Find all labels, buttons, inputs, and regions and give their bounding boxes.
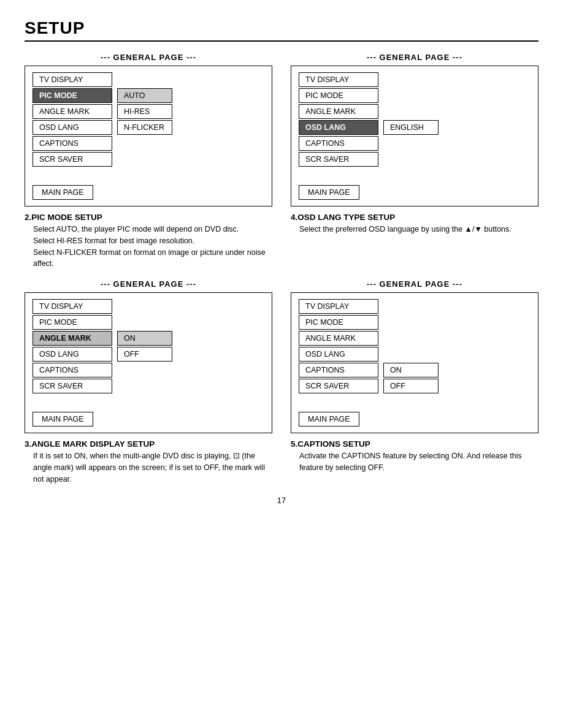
menu-value-on: ON <box>117 331 172 346</box>
menu-item-pic-mode[interactable]: PIC MODE <box>33 88 112 103</box>
page-number: 17 <box>25 496 538 505</box>
menu-item-tv-display[interactable]: TV DISPLAY <box>33 299 112 314</box>
page-title: SETUP <box>25 18 538 38</box>
menu-row: TV DISPLAY <box>33 299 264 314</box>
menu-item-pic-mode[interactable]: PIC MODE <box>299 315 378 330</box>
menu-item-scr-saver[interactable]: SCR SAVER <box>33 379 112 393</box>
title-divider <box>25 40 538 42</box>
menu-value-english: ENGLISH <box>383 120 439 135</box>
desc5-title: 5.CAPTIONS SETUP <box>291 439 538 449</box>
panel1-menu-box: TV DISPLAY PIC MODE AUTO ANGLE MARK HI-R… <box>25 66 272 207</box>
menu-row: TV DISPLAY <box>33 72 264 87</box>
menu-item-tv-display[interactable]: TV DISPLAY <box>299 72 378 87</box>
panel1-section-title: --- GENERAL PAGE --- <box>25 53 272 62</box>
menu-row: SCR SAVER <box>299 152 530 167</box>
main-page-button[interactable]: MAIN PAGE <box>33 412 93 427</box>
main-page-row: MAIN PAGE <box>299 406 530 427</box>
desc-3-col: 3.ANGLE MARK DISPLAY SETUP If it is set … <box>25 439 272 485</box>
menu-row: CAPTIONS <box>33 363 264 377</box>
menu-row: ANGLE MARK <box>299 331 530 346</box>
desc-4-col: 4.OSD LANG TYPE SETUP Select the preferr… <box>291 213 538 270</box>
desc4-title: 4.OSD LANG TYPE SETUP <box>291 213 538 222</box>
menu-row: OSD LANG ENGLISH <box>299 120 530 135</box>
menu-item-osd-lang[interactable]: OSD LANG <box>299 120 378 135</box>
main-page-button[interactable]: MAIN PAGE <box>299 412 359 427</box>
menu-item-osd-lang[interactable]: OSD LANG <box>299 347 378 362</box>
menu-row: ANGLE MARK ON <box>33 331 264 346</box>
bottom-panels-row: --- GENERAL PAGE --- TV DISPLAY PIC MODE… <box>25 279 538 433</box>
menu-item-captions[interactable]: CAPTIONS <box>299 136 378 151</box>
descriptions-row-2: 3.ANGLE MARK DISPLAY SETUP If it is set … <box>25 439 538 485</box>
menu-row: ANGLE MARK HI-RES <box>33 104 264 119</box>
panel2-section-title: --- GENERAL PAGE --- <box>291 53 538 62</box>
menu-row: OSD LANG N-FLICKER <box>33 120 264 135</box>
menu-row: TV DISPLAY <box>299 299 530 314</box>
desc3-title: 3.ANGLE MARK DISPLAY SETUP <box>25 439 272 449</box>
menu-value-off: OFF <box>117 347 172 362</box>
menu-row: PIC MODE AUTO <box>33 88 264 103</box>
main-page-button[interactable]: MAIN PAGE <box>33 185 93 200</box>
panel4-section-title: --- GENERAL PAGE --- <box>291 279 538 289</box>
panel3-section-title: --- GENERAL PAGE --- <box>25 279 272 289</box>
menu-value-nflicker: N-FLICKER <box>117 120 172 135</box>
menu-item-angle-mark[interactable]: ANGLE MARK <box>299 331 378 346</box>
menu-item-angle-mark[interactable]: ANGLE MARK <box>299 104 378 119</box>
desc3-text: If it is set to ON, when the multi-angle… <box>25 450 272 485</box>
panel-1: --- GENERAL PAGE --- TV DISPLAY PIC MODE… <box>25 53 272 207</box>
menu-row: SCR SAVER <box>33 379 264 393</box>
main-page-row: MAIN PAGE <box>33 179 264 200</box>
panel-3: --- GENERAL PAGE --- TV DISPLAY PIC MODE… <box>25 279 272 433</box>
desc-5-col: 5.CAPTIONS SETUP Activate the CAPTIONS f… <box>291 439 538 485</box>
menu-row: CAPTIONS <box>299 136 530 151</box>
desc2-title: 2.PIC MODE SETUP <box>25 213 272 222</box>
menu-row: CAPTIONS ON <box>299 363 530 377</box>
panel3-menu-box: TV DISPLAY PIC MODE ANGLE MARK ON OSD LA… <box>25 292 272 433</box>
menu-item-angle-mark[interactable]: ANGLE MARK <box>33 331 112 346</box>
main-page-row: MAIN PAGE <box>299 179 530 200</box>
menu-item-osd-lang[interactable]: OSD LANG <box>33 347 112 362</box>
menu-value-auto: AUTO <box>117 88 172 103</box>
menu-row: CAPTIONS <box>33 136 264 151</box>
desc2-text: Select AUTO, the player PIC mode will de… <box>25 224 272 270</box>
menu-item-scr-saver[interactable]: SCR SAVER <box>299 379 378 393</box>
menu-row: OSD LANG OFF <box>33 347 264 362</box>
menu-item-scr-saver[interactable]: SCR SAVER <box>33 152 112 167</box>
menu-row: PIC MODE <box>299 88 530 103</box>
menu-item-pic-mode[interactable]: PIC MODE <box>299 88 378 103</box>
menu-row: ANGLE MARK <box>299 104 530 119</box>
panel-4: --- GENERAL PAGE --- TV DISPLAY PIC MODE… <box>291 279 538 433</box>
desc-2-col: 2.PIC MODE SETUP Select AUTO, the player… <box>25 213 272 270</box>
menu-value-captions-on: ON <box>383 363 439 377</box>
menu-item-angle-mark[interactable]: ANGLE MARK <box>33 104 112 119</box>
menu-value-scr-off: OFF <box>383 379 439 393</box>
desc4-text: Select the preferred OSD language by usi… <box>291 224 538 235</box>
menu-row: OSD LANG <box>299 347 530 362</box>
panel-2: --- GENERAL PAGE --- TV DISPLAY PIC MODE… <box>291 53 538 207</box>
menu-row: SCR SAVER <box>33 152 264 167</box>
panel2-menu-box: TV DISPLAY PIC MODE ANGLE MARK OSD LANG … <box>291 66 538 207</box>
menu-item-captions[interactable]: CAPTIONS <box>299 363 378 377</box>
menu-item-scr-saver[interactable]: SCR SAVER <box>299 152 378 167</box>
menu-item-captions[interactable]: CAPTIONS <box>33 136 112 151</box>
menu-item-pic-mode[interactable]: PIC MODE <box>33 315 112 330</box>
menu-item-captions[interactable]: CAPTIONS <box>33 363 112 377</box>
menu-row: PIC MODE <box>33 315 264 330</box>
menu-item-tv-display[interactable]: TV DISPLAY <box>33 72 112 87</box>
desc5-text: Activate the CAPTIONS feature by selecti… <box>291 450 538 474</box>
main-page-button[interactable]: MAIN PAGE <box>299 185 359 200</box>
panel4-menu-box: TV DISPLAY PIC MODE ANGLE MARK OSD LANG … <box>291 292 538 433</box>
menu-row: SCR SAVER OFF <box>299 379 530 393</box>
descriptions-row-1: 2.PIC MODE SETUP Select AUTO, the player… <box>25 213 538 270</box>
menu-row: TV DISPLAY <box>299 72 530 87</box>
menu-row: PIC MODE <box>299 315 530 330</box>
menu-item-osd-lang[interactable]: OSD LANG <box>33 120 112 135</box>
main-page-row: MAIN PAGE <box>33 406 264 427</box>
menu-item-tv-display[interactable]: TV DISPLAY <box>299 299 378 314</box>
top-panels-row: --- GENERAL PAGE --- TV DISPLAY PIC MODE… <box>25 53 538 207</box>
menu-value-hires: HI-RES <box>117 104 172 119</box>
